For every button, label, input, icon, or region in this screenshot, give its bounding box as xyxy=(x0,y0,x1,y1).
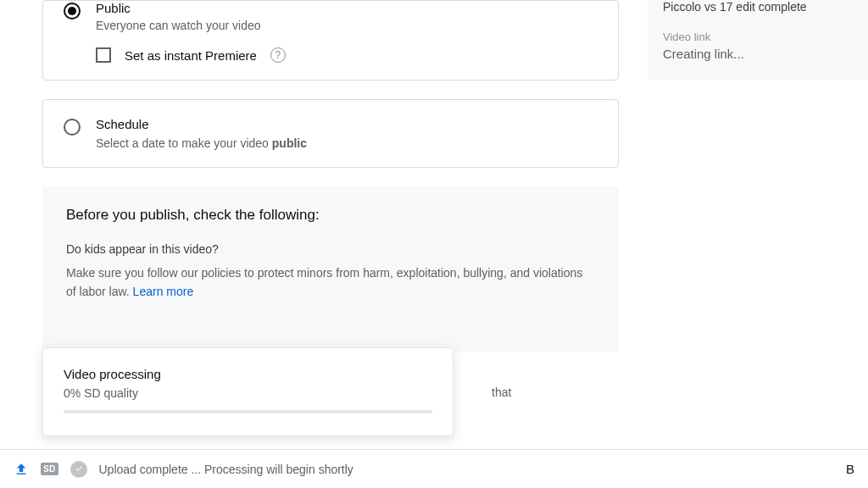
video-processing-tooltip: Video processing 0% SD quality xyxy=(42,347,453,436)
schedule-description: Select a date to make your video public xyxy=(96,136,307,150)
public-option-card: Public Everyone can watch your video Set… xyxy=(42,0,619,80)
radio-unselected-icon xyxy=(64,119,81,136)
upload-icon xyxy=(14,462,29,477)
upload-status-text: Upload complete ... Processing will begi… xyxy=(99,463,353,476)
bottom-right-char: B xyxy=(846,462,854,476)
progress-bar xyxy=(64,410,432,413)
video-link-label: Video link xyxy=(663,30,853,43)
premiere-label: Set as instant Premiere xyxy=(125,48,257,63)
help-icon[interactable]: ? xyxy=(270,47,286,63)
learn-more-link[interactable]: Learn more xyxy=(133,285,194,298)
processing-title: Video processing xyxy=(64,367,432,381)
before-publish-title: Before you publish, check the following: xyxy=(66,207,595,224)
video-link-status: Creating link... xyxy=(663,47,853,61)
video-info-sidebar: Piccolo vs 17 edit complete Video link C… xyxy=(648,0,868,80)
processing-progress-text: 0% SD quality xyxy=(64,386,432,400)
bottom-status-bar: SD Upload complete ... Processing will b… xyxy=(0,449,868,488)
public-description: Everyone can watch your video xyxy=(96,19,261,32)
video-title: Piccolo vs 17 edit complete xyxy=(663,0,853,14)
radio-selected-icon xyxy=(64,3,81,19)
instant-premiere-row[interactable]: Set as instant Premiere ? xyxy=(96,47,598,63)
checkbox-unchecked-icon xyxy=(96,47,111,63)
kids-question: Do kids appear in this video? xyxy=(66,242,595,256)
public-label: Public xyxy=(96,1,261,15)
before-publish-panel: Before you publish, check the following:… xyxy=(42,186,619,352)
schedule-label: Schedule xyxy=(96,117,307,131)
schedule-option-card[interactable]: Schedule Select a date to make your vide… xyxy=(42,99,619,168)
public-radio-row[interactable]: Public Everyone can watch your video xyxy=(64,1,598,32)
kids-body: Make sure you follow our policies to pro… xyxy=(66,264,595,301)
truncated-text-fragment: that xyxy=(492,385,511,399)
check-circle-icon xyxy=(70,461,87,478)
sd-badge-icon: SD xyxy=(41,463,58,475)
